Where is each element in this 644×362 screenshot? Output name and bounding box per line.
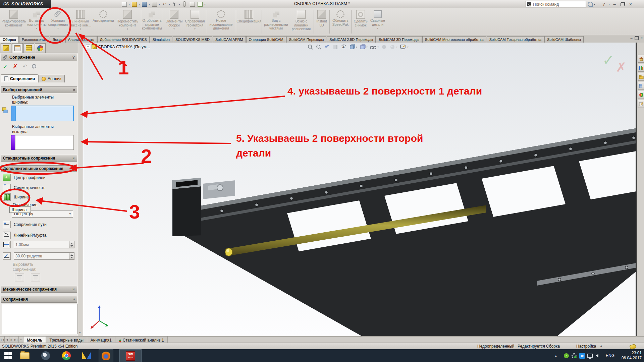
ribbon-weldments[interactable]: Сварные детали▾ [369,9,386,35]
shadows-button[interactable] [381,44,387,50]
ribbon-update-speedpak[interactable]: Обновить SpeedPak [330,9,351,35]
group-advanced-mates[interactable]: Дополнительные сопряжения » [1,165,77,172]
group-standard-mates[interactable]: Стандартные сопряжения » [1,155,77,162]
save-button[interactable] [141,1,148,7]
restore-button[interactable] [619,1,626,7]
ribbon-instant3d[interactable]: Instant 3D [315,9,329,35]
tray-volume[interactable] [596,349,598,362]
file-properties-button[interactable] [189,1,196,7]
aligned-button[interactable] [15,273,24,282]
panel-scrollbar[interactable]: ▾ [78,43,83,336]
open-button[interactable] [131,1,138,7]
display-style-button[interactable]: ▾ [360,44,368,50]
tray-expand[interactable]: ▴ [555,349,557,362]
configuration-status[interactable]: Настройка [576,344,596,349]
home-tab-button[interactable] [638,55,644,63]
angle-input[interactable]: 30.00градусов [14,252,69,260]
tab-solidcam-transitions[interactable]: SolidCAM Переходы [286,36,327,43]
ribbon-reference-geometry[interactable]: Справочная геометрия▾ [184,9,205,35]
doc-close-button[interactable]: × [641,36,643,41]
cancel-button[interactable]: ✗ [13,63,18,70]
ribbon-linear-pattern[interactable]: Линейный массив ком...▾ [69,9,92,35]
first-tab-button[interactable]: ❘◀ [0,337,5,343]
tab-solidcam-templates[interactable]: SolidCAM Шаблоны [544,36,584,43]
help-button[interactable]: ? [600,1,607,7]
tab-addins[interactable]: Добавления SOLIDWORKS [97,36,150,43]
zoom-fit-button[interactable] [307,44,313,50]
ribbon-bom[interactable]: Спецификация [237,9,261,35]
tab-simulation[interactable]: Simulation [150,36,172,43]
confirm-corner-cancel-icon[interactable]: ✗ [616,60,627,75]
distance-input[interactable]: 1.00мм [14,241,69,248]
start-button[interactable] [2,349,14,362]
tray-teamviewer[interactable]: ⇄ [579,349,585,362]
undo-mate-button[interactable]: ↶ [22,63,27,70]
ribbon-move-component[interactable]: Переместить компонент▾ [115,9,140,35]
new-document-button[interactable] [121,1,127,7]
configurationmanager-tab[interactable] [23,43,34,53]
tab-sketch[interactable]: Эскиз [50,36,65,43]
select-button[interactable] [171,1,178,7]
doc-restore-button[interactable] [635,36,639,41]
animation-tab[interactable]: Анимация1 [87,337,115,343]
propertymanager-tab[interactable] [12,43,23,53]
mate-path[interactable]: Сопряжение пути [3,221,74,229]
tab-solidcam-multiaxis[interactable]: SolidCAM Многоосевая обработка [422,36,486,43]
tab-list-button[interactable]: ▾ [19,337,23,343]
view-orientation-button[interactable]: ▾ [349,44,357,50]
ribbon-show-hidden[interactable]: Отобразить скрытые компоненты [142,9,162,35]
zoom-area-button[interactable] [316,44,322,50]
mate-profile-center[interactable]: Центр профилей [3,174,74,182]
appearances-tab-button[interactable] [638,91,644,99]
ribbon-snapshot[interactable]: Сделать снимок [352,9,369,35]
undo-button[interactable]: ↶ [161,1,168,7]
mate-width[interactable]: Ширина [3,193,74,201]
static-analysis-tab[interactable]: Статический анализ 1 [115,337,168,343]
ribbon-smart-fasteners[interactable]: Автокрепежи [92,9,115,35]
design-library-tab-button[interactable] [638,73,644,81]
print-button[interactable] [151,1,158,7]
appearances-button[interactable]: ▾ [389,44,397,50]
group-mate-selections[interactable]: Выбор сопряжений » [1,86,77,93]
previous-view-button[interactable] [324,44,330,50]
doc-minimize-button[interactable]: – [630,36,632,41]
ribbon-mate[interactable]: Условия сопряжения▾ [47,9,69,35]
minimize-button[interactable]: – [611,1,618,7]
ribbon-explode-sketch[interactable]: Эскиз с линиями разнесения [289,9,313,35]
keep-visible-pin-button[interactable] [32,64,35,69]
help-icon[interactable]: ? [72,55,75,60]
angle-spinner[interactable] [69,252,74,260]
tab-solidcam-turning[interactable]: SolidCAM Токарная обработка [487,36,544,43]
displaymanager-tab[interactable] [35,43,46,53]
tab-solidcam-25d[interactable]: SolidCAM 2.5D Переходы [327,36,376,43]
tray-app-green[interactable]: ✓ [564,349,569,362]
tab-selection-box[interactable] [15,135,74,150]
last-tab-button[interactable]: ▶❘ [14,337,19,343]
distance-spinner[interactable] [69,241,74,248]
taskbar-solidworks[interactable]: SW2015 [119,349,142,362]
taskbar-teamspeak[interactable] [39,349,52,362]
prev-tab-button[interactable]: ◀ [5,337,9,343]
taskbar-firefox[interactable] [99,349,113,362]
scene-button[interactable]: ▾ [400,44,409,50]
mates-list-box[interactable] [2,304,78,334]
mate-symmetric[interactable]: Симметричность [3,184,74,192]
close-button[interactable]: × [627,1,634,7]
subtab-analysis[interactable]: Анализ [38,75,65,82]
rebuild-button[interactable] [181,1,188,7]
options-button[interactable] [197,1,203,7]
rotate-view-button[interactable]: A [341,44,347,50]
ribbon-motion-study[interactable]: Новое исследование движения [207,9,235,35]
file-explorer-tab-button[interactable] [638,82,644,90]
ok-button[interactable]: ✓ [3,63,8,70]
resources-tab-button[interactable] [638,64,644,72]
language-indicator[interactable]: ENG [606,349,614,362]
ribbon-exploded-view[interactable]: Вид с разнесенными частями [263,9,289,35]
ribbon-insert-components[interactable]: Вставить компоненты▾ [26,9,47,35]
mate-linear-coupler[interactable]: Линейный/Муфта [3,231,74,239]
tab-mbd[interactable]: SOLIDWORKS MBD [173,36,212,43]
tab-solidcam-afrm[interactable]: SolidCAM AFRM [213,36,246,43]
featuremanager-tab[interactable] [1,43,11,53]
taskbar-chrome[interactable] [60,349,73,362]
subtab-mates[interactable]: Сопряжения [1,74,38,82]
